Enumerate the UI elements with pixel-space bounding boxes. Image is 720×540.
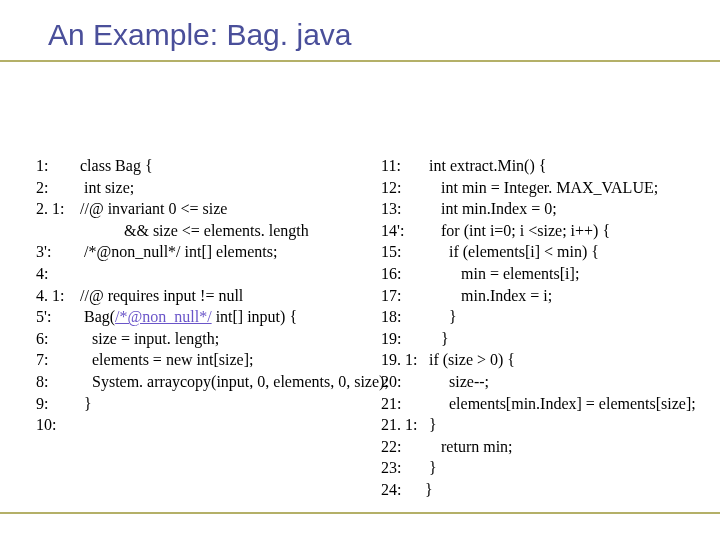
code-text: class Bag {: [76, 157, 153, 174]
code-line: 11: int extract.Min() {: [381, 155, 710, 177]
code-text: elements = new int[size];: [76, 351, 253, 368]
line-number: 4. 1:: [36, 285, 76, 307]
code-line: 9: }: [36, 393, 365, 415]
footer-divider: [0, 512, 720, 514]
code-line: 3': /*@non_null*/ int[] elements;: [36, 241, 365, 263]
line-number: 6:: [36, 328, 76, 350]
code-text: int extract.Min() {: [421, 157, 546, 174]
code-block-left: 1: class Bag {2: int size;2. 1: //@ inva…: [36, 155, 365, 436]
line-number: 2. 1:: [36, 198, 76, 220]
code-line: 2: int size;: [36, 177, 365, 199]
code-line: 13: int min.Index = 0;: [381, 198, 710, 220]
line-number: 17:: [381, 285, 421, 307]
code-line: 15: if (elements[i] < min) {: [381, 241, 710, 263]
code-text: System. arraycopy(input, 0, elements, 0,…: [76, 373, 389, 390]
code-line: 21: elements[min.Index] = elements[size]…: [381, 393, 710, 415]
code-line: 19: }: [381, 328, 710, 350]
code-text: /*@non_null*/ int[] elements;: [76, 243, 277, 260]
code-text: Bag(: [76, 308, 115, 325]
line-number: 4:: [36, 263, 76, 285]
code-text: int min.Index = 0;: [421, 200, 557, 217]
line-number: 15:: [381, 241, 421, 263]
line-number: 7:: [36, 349, 76, 371]
slide: An Example: Bag. java 1: class Bag {2: i…: [0, 0, 720, 540]
line-number: 20:: [381, 371, 421, 393]
code-text: int[] input) {: [212, 308, 297, 325]
line-number: 1:: [36, 155, 76, 177]
line-number: 23:: [381, 457, 421, 479]
code-text: for (int i=0; i <size; i++) {: [421, 222, 610, 239]
code-line: 7: elements = new int[size];: [36, 349, 365, 371]
slide-body: 1: class Bag {2: int size;2. 1: //@ inva…: [36, 155, 710, 501]
code-text: int min = Integer. MAX_VALUE;: [421, 179, 658, 196]
title-divider: [0, 60, 720, 62]
code-text: if (size > 0) {: [421, 351, 515, 368]
code-line: 2. 1: //@ invariant 0 <= size: [36, 198, 365, 220]
line-number: 3':: [36, 241, 76, 263]
code-text: }: [421, 416, 437, 433]
code-line: 17: min.Index = i;: [381, 285, 710, 307]
code-text: && size <= elements. length: [76, 222, 309, 239]
code-line: 6: size = input. length;: [36, 328, 365, 350]
code-text: min.Index = i;: [421, 287, 552, 304]
code-line: 19. 1: if (size > 0) {: [381, 349, 710, 371]
code-text: size--;: [421, 373, 489, 390]
code-line: 22: return min;: [381, 436, 710, 458]
code-line: 10:: [36, 414, 365, 436]
code-text: }: [421, 330, 449, 347]
code-line: 18: }: [381, 306, 710, 328]
code-line: 12: int min = Integer. MAX_VALUE;: [381, 177, 710, 199]
code-line: 1: class Bag {: [36, 155, 365, 177]
line-number: 13:: [381, 198, 421, 220]
line-number: 21. 1:: [381, 414, 421, 436]
code-text: }: [421, 459, 437, 476]
code-text: }: [421, 481, 433, 498]
code-text: size = input. length;: [76, 330, 219, 347]
line-number: 16:: [381, 263, 421, 285]
code-line: 4:: [36, 263, 365, 285]
line-number: 19. 1:: [381, 349, 421, 371]
code-line: 21. 1: }: [381, 414, 710, 436]
code-block-right: 11: int extract.Min() {12: int min = Int…: [381, 155, 710, 501]
code-line: 14': for (int i=0; i <size; i++) {: [381, 220, 710, 242]
code-text: }: [76, 395, 92, 412]
code-highlight: /*@non_null*/: [115, 308, 212, 325]
code-line: 4. 1: //@ requires input != null: [36, 285, 365, 307]
line-number: 8:: [36, 371, 76, 393]
code-line: 16: min = elements[i];: [381, 263, 710, 285]
line-number: 10:: [36, 414, 76, 436]
line-number: 5':: [36, 306, 76, 328]
code-line: 8: System. arraycopy(input, 0, elements,…: [36, 371, 365, 393]
line-number: 9:: [36, 393, 76, 415]
line-number: 14':: [381, 220, 421, 242]
code-text: //@ invariant 0 <= size: [76, 200, 227, 217]
code-text: int size;: [76, 179, 134, 196]
code-line: && size <= elements. length: [36, 220, 365, 242]
code-line: 23: }: [381, 457, 710, 479]
line-number: 22:: [381, 436, 421, 458]
line-number: 24:: [381, 479, 421, 501]
line-number: 18:: [381, 306, 421, 328]
code-text: if (elements[i] < min) {: [421, 243, 599, 260]
code-column-left: 1: class Bag {2: int size;2. 1: //@ inva…: [36, 155, 365, 501]
line-number: 21:: [381, 393, 421, 415]
code-line: 5': Bag(/*@non_null*/ int[] input) {: [36, 306, 365, 328]
code-text: //@ requires input != null: [76, 287, 243, 304]
page-title: An Example: Bag. java: [48, 18, 702, 52]
code-line: 24: }: [381, 479, 710, 501]
code-column-right: 11: int extract.Min() {12: int min = Int…: [381, 155, 710, 501]
line-number: 12:: [381, 177, 421, 199]
code-text: min = elements[i];: [421, 265, 579, 282]
code-text: }: [421, 308, 457, 325]
line-number: 19:: [381, 328, 421, 350]
code-line: 20: size--;: [381, 371, 710, 393]
code-text: return min;: [421, 438, 513, 455]
code-text: elements[min.Index] = elements[size];: [421, 395, 696, 412]
line-number: 11:: [381, 155, 421, 177]
line-number: 2:: [36, 177, 76, 199]
